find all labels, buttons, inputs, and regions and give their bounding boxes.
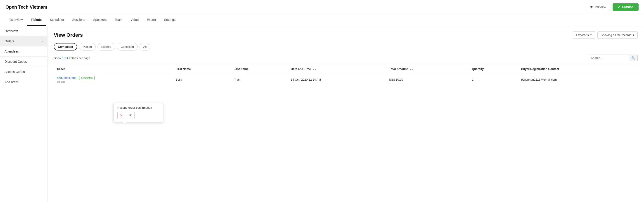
eye-icon: 👁 (590, 5, 593, 9)
sort-icon-date[interactable]: ▲▼ (312, 68, 316, 70)
sidebar-item-attendees[interactable]: Attendees (0, 46, 47, 57)
cell-total-amount: SG$ 10.00 (386, 73, 468, 86)
sidebar-label-discount-codes: Discount Codes (4, 60, 27, 63)
sidebar-item-discount-codes[interactable]: Discount Codes (0, 57, 47, 67)
tab-speakers[interactable]: Speakers (89, 14, 110, 26)
filter-cancelled[interactable]: Cancelled (117, 43, 138, 51)
tooltip-actions: ✕ ✉ (117, 112, 160, 119)
search-icon: 🔍 (631, 56, 635, 60)
tooltip-popup: Resend order confirmation ✕ ✉ (114, 103, 163, 122)
th-first-name: First Name (172, 65, 230, 73)
order-time: ths ago (57, 80, 169, 83)
app-title: Open Tech Vietnam (6, 5, 47, 10)
sidebar-item-overview[interactable]: Overview (0, 26, 47, 36)
sidebar-label-add-order: Add order (4, 80, 18, 84)
status-badge: completed (79, 76, 95, 80)
search-button[interactable]: 🔍 (629, 55, 638, 61)
check-icon: ✓ (618, 5, 620, 9)
entries-prefix: Show (54, 56, 61, 60)
th-total-amount: Total Amount ▲▼ (386, 65, 468, 73)
content-header: View Orders Export As ▾ Showing all the … (54, 32, 638, 39)
cell-quantity: 1 (469, 73, 518, 86)
entries-dropdown-icon[interactable]: ▾ (66, 56, 68, 60)
tab-export[interactable]: Export (143, 14, 160, 26)
page-title: View Orders (54, 32, 83, 38)
tab-team[interactable]: Team (110, 14, 126, 26)
search-input[interactable] (588, 55, 629, 61)
dropdown-arrow-icon-2: ▾ (633, 33, 634, 37)
order-link[interactable]: a6d2d0ec96bd (57, 76, 76, 80)
main-layout: Overview Orders › Attendees Discount Cod… (0, 26, 644, 202)
filter-placed[interactable]: Placed (79, 43, 96, 51)
filter-completed[interactable]: Completed (54, 43, 77, 51)
chevron-right-icon: › (42, 40, 43, 43)
show-entries-row: Show 10 ▾ entries per page 🔍 (54, 55, 638, 61)
publish-button[interactable]: ✓ Publish (612, 4, 638, 11)
search-box: 🔍 (588, 55, 638, 61)
cell-date-time: 15 Oct, 2020 12:24 AM (288, 73, 386, 86)
table-header-row: Order First Name Last Name Date and Time… (54, 65, 638, 73)
tooltip-cancel-button[interactable]: ✕ (117, 112, 125, 119)
sort-icon-amount[interactable]: ▲▼ (409, 68, 413, 70)
email-icon: ✉ (129, 113, 132, 118)
th-date-time: Date and Time ▲▼ (288, 65, 386, 73)
tab-scheduler[interactable]: Scheduler (46, 14, 68, 26)
entries-count[interactable]: 10 (62, 56, 66, 60)
th-quantity: Quantity (469, 65, 518, 73)
filter-all[interactable]: All (140, 43, 150, 51)
th-order: Order (54, 65, 172, 73)
orders-table: Order First Name Last Name Date and Time… (54, 65, 638, 86)
th-contact: Buyer/Registration Contact (518, 65, 638, 73)
preview-button[interactable]: 👁 Preview (586, 3, 610, 11)
cell-order: a6d2d0ec96bd completed ths ago (54, 73, 172, 86)
sidebar-item-orders[interactable]: Orders › (0, 36, 47, 46)
content-actions: Export As ▾ Showing all the records ▾ (573, 32, 638, 39)
nav-tabs: Overview Tickets Scheduler Sessions Spea… (0, 14, 644, 26)
content-area: View Orders Export As ▾ Showing all the … (48, 26, 644, 202)
cell-last-name: Phan (230, 73, 288, 86)
th-last-name: Last Name (230, 65, 288, 73)
cancel-icon: ✕ (120, 113, 123, 118)
filter-expired[interactable]: Expired (98, 43, 115, 51)
sidebar: Overview Orders › Attendees Discount Cod… (0, 26, 48, 202)
dropdown-arrow-icon: ▾ (590, 33, 592, 37)
sidebar-label-access-codes: Access Codes (4, 70, 25, 74)
tab-tickets[interactable]: Tickets (27, 14, 46, 26)
tooltip-email-button[interactable]: ✉ (127, 112, 134, 119)
table-row: a6d2d0ec96bd completed ths ago Bella Pha… (54, 73, 638, 86)
sidebar-label-overview: Overview (4, 29, 18, 33)
cell-first-name: Bella (172, 73, 230, 86)
tooltip-title: Resend order confirmation (117, 106, 160, 109)
sidebar-item-add-order[interactable]: Add order (0, 77, 47, 87)
header-actions: 👁 Preview ✓ Publish (586, 3, 638, 11)
export-as-label: Export As (576, 33, 589, 37)
showing-records-label: Showing all the records (601, 33, 631, 37)
entries-suffix: entries per page (69, 56, 90, 60)
sidebar-item-access-codes[interactable]: Access Codes (0, 67, 47, 77)
show-entries-text: Show 10 ▾ entries per page (54, 56, 90, 60)
tab-settings[interactable]: Settings (160, 14, 180, 26)
tab-overview[interactable]: Overview (6, 14, 27, 26)
export-as-button[interactable]: Export As ▾ (573, 32, 595, 39)
cell-contact: bellaphan2211@gmail.com (518, 73, 638, 86)
tab-sessions[interactable]: Sessions (68, 14, 89, 26)
sidebar-label-orders: Orders (4, 39, 14, 43)
tab-video[interactable]: Video (127, 14, 143, 26)
sidebar-label-attendees: Attendees (4, 50, 19, 53)
filter-tabs: Completed Placed Expired Cancelled All (54, 43, 638, 51)
showing-records-button[interactable]: Showing all the records ▾ (598, 32, 638, 39)
top-header: Open Tech Vietnam 👁 Preview ✓ Publish (0, 0, 644, 14)
